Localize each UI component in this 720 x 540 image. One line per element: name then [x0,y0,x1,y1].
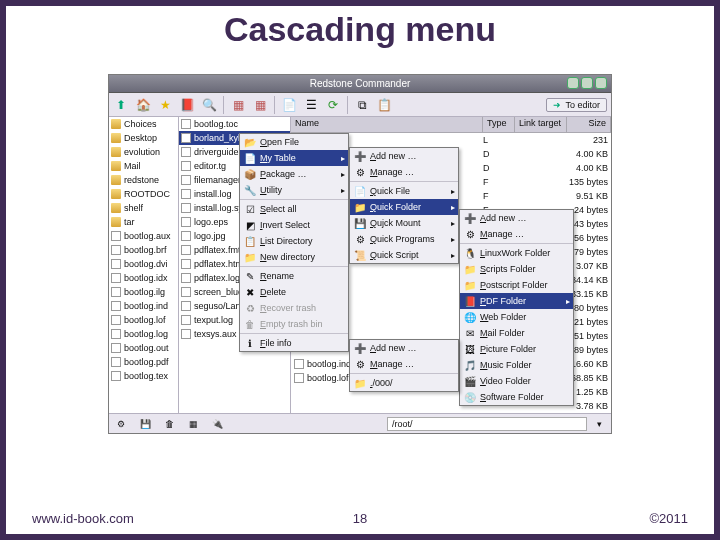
col-type[interactable]: Type [483,117,515,132]
menu-item[interactable]: 📕PDF Folder▸ [460,293,573,309]
gear-icon[interactable]: ⚙ [112,416,130,432]
menu-item[interactable]: 📄Quick File▸ [350,183,458,199]
doc-icon[interactable]: 📄 [281,97,297,113]
menu-item[interactable]: ⚙Manage … [460,226,573,242]
paste-icon[interactable]: 📋 [376,97,392,113]
menu-item[interactable]: 💾Qujck Mount▸ [350,215,458,231]
menu-item-label: Quick Folder [370,202,421,212]
menu-item[interactable]: 🖼Picture Folder [460,341,573,357]
tree-item[interactable]: bootlog.dvi [109,257,178,271]
tree-item[interactable]: bootlog.ind [109,299,178,313]
home-icon[interactable]: 🏠 [135,97,151,113]
tree-item[interactable]: ROOTDOC [109,187,178,201]
list-item[interactable]: bootlog.toc [179,117,290,131]
file-icon [111,245,121,255]
menu-item[interactable]: 💿Software Folder [460,389,573,405]
folder-icon[interactable]: ☰ [303,97,319,113]
tree-item[interactable]: redstone [109,173,178,187]
menu-item[interactable]: 📁Quick Folder▸ [350,199,458,215]
tree-item[interactable]: evolution [109,145,178,159]
status-path[interactable]: /root/ [387,417,587,431]
tree-item[interactable]: bootlog.log [109,327,178,341]
menu-item[interactable]: ☑Select all [240,201,348,217]
menu-item[interactable]: 🎵Music Folder [460,357,573,373]
menu-item[interactable]: 📁Scripts Folder [460,261,573,277]
tree-item[interactable]: Desktop [109,131,178,145]
copy-icon[interactable]: ⧉ [354,97,370,113]
disk-icon[interactable]: 💾 [136,416,154,432]
book-icon[interactable]: 📕 [179,97,195,113]
grid2-icon[interactable]: ▦ [252,97,268,113]
submenu-arrow-icon: ▸ [341,170,345,179]
list-item-label: bootlog.toc [194,119,238,129]
menu-separator [460,243,573,244]
menu-item[interactable]: 🌐Web Folder [460,309,573,325]
tree-item[interactable]: Mail [109,159,178,173]
footer-url: www.id-book.com [32,511,134,526]
search-icon[interactable]: 🔍 [201,97,217,113]
menu-item[interactable]: ➕Add new … [350,148,458,164]
tree-item[interactable]: tar [109,215,178,229]
menu-item[interactable]: 📋List Directory [240,233,348,249]
tree-item[interactable]: bootlog.out [109,341,178,355]
menu-item-icon: 📁 [464,263,476,275]
menu-item[interactable]: 📜Quick Script▸ [350,247,458,263]
window-close-icon[interactable] [595,77,607,89]
tree-item-label: Mail [124,161,141,171]
menu-item[interactable]: 📄My Table▸ [240,150,348,166]
menu-item-icon: 📄 [244,152,256,164]
context-menu-3[interactable]: ➕Add new …⚙Manage …🐧LinuxWork Folder📁Scr… [459,209,574,406]
menu-item[interactable]: 🎬Video Folder [460,373,573,389]
tree-item[interactable]: bootlog.brf [109,243,178,257]
star-icon[interactable]: ★ [157,97,173,113]
menu-item[interactable]: ✖Delete [240,284,348,300]
menu-item[interactable]: ✉Mail Folder [460,325,573,341]
menu-item[interactable]: 🐧LinuxWork Folder [460,245,573,261]
tree-item[interactable]: bootlog.aux [109,229,178,243]
window-max-icon[interactable] [581,77,593,89]
col-link[interactable]: Link target [515,117,567,132]
tree-item[interactable]: bootlog.idx [109,271,178,285]
grid1-icon[interactable]: ▦ [230,97,246,113]
tree-item[interactable]: bootlog.lof [109,313,178,327]
menu-separator [350,181,458,182]
tree-item[interactable]: bootlog.pdf [109,355,178,369]
menu-item[interactable]: ➕Add new … [460,210,573,226]
context-menu-1[interactable]: 📂Open File📄My Table▸📦Package …▸🔧Utility▸… [239,133,349,352]
chevron-down-icon[interactable]: ▾ [590,416,608,432]
menu-item[interactable]: 🔧Utility▸ [240,182,348,198]
menu-item[interactable]: 📦Package …▸ [240,166,348,182]
menu-item[interactable]: ✎Rename [240,268,348,284]
refresh-icon[interactable]: ⟳ [325,97,341,113]
menu-item[interactable]: 📂Open File [240,134,348,150]
slide-footer: www.id-book.com 18 ©2011 [0,511,720,526]
tree-item[interactable]: bootlog.ilg [109,285,178,299]
menu-item[interactable]: ⚙Quick Programs▸ [350,231,458,247]
menu-item[interactable]: ℹFile info [240,335,348,351]
left-tree-pane[interactable]: ChoicesDesktopevolutionMailredstoneROOTD… [109,117,179,413]
menu-item[interactable]: ⚙Manage … [350,356,458,372]
grid-icon[interactable]: ▦ [184,416,202,432]
tree-item[interactable]: bootlog.tex [109,369,178,383]
tree-item[interactable]: Choices [109,117,178,131]
menu-item[interactable]: 📁Postscript Folder [460,277,573,293]
col-name[interactable]: Name [291,117,483,132]
plug-icon[interactable]: 🔌 [208,416,226,432]
menu-item[interactable]: ➕Add new … [350,340,458,356]
window-min-icon[interactable] [567,77,579,89]
menu-item[interactable]: ◩Invert Select [240,217,348,233]
menu-item-icon: ☑ [244,203,256,215]
tree-item[interactable]: shelf [109,201,178,215]
menu-item-label: List Directory [260,236,313,246]
menu-item[interactable]: ⚙Manage … [350,164,458,180]
to-editor-button[interactable]: ➜ To editor [546,98,607,112]
menu-item[interactable]: 📁./000/ [350,375,458,391]
menu-item-label: Rename [260,271,294,281]
context-menu-4[interactable]: ➕Add new …⚙Manage …📁./000/ [349,339,459,392]
col-size[interactable]: Size [567,117,611,132]
list-item-label: editor.tg [194,161,226,171]
trash-icon[interactable]: 🗑 [160,416,178,432]
up-arrow-icon[interactable]: ⬆ [113,97,129,113]
context-menu-2[interactable]: ➕Add new …⚙Manage …📄Quick File▸📁Quick Fo… [349,147,459,264]
menu-item[interactable]: 📁New directory [240,249,348,265]
